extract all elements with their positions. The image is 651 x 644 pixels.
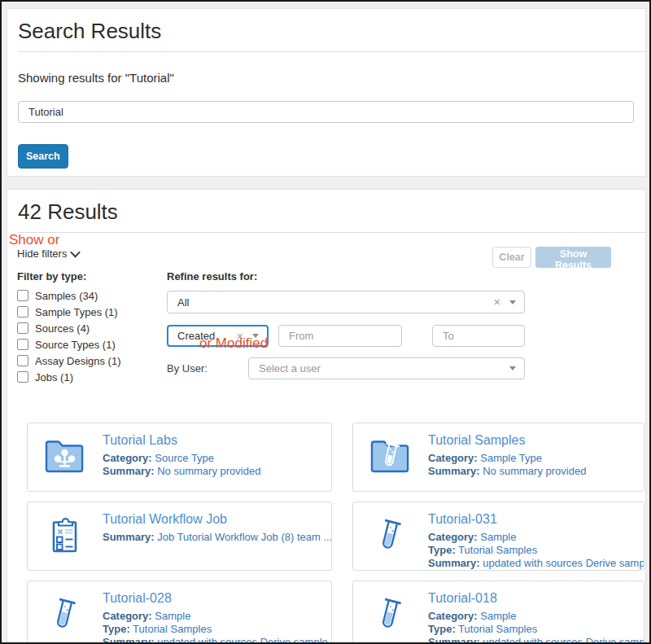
card-field: Summary: Job Tutorial Workflow Job (8) t… xyxy=(103,531,323,544)
card-field: Type: Tutorial Samples xyxy=(103,623,323,636)
card-field-value: No summary provided xyxy=(157,465,260,477)
search-input[interactable] xyxy=(18,101,634,123)
showing-results-text: Showing results for "Tutorial" xyxy=(18,71,635,85)
refine-results-column: Refine results for: All × Created × or M… xyxy=(167,270,525,379)
results-panel: 42 Results Show or Hide filters Clear Sh… xyxy=(7,189,646,644)
filter-by-type-column: Filter by type: Samples (34) Sample Type… xyxy=(17,270,164,388)
card-field: Category: Sample xyxy=(103,610,323,623)
filter-type-label: Sources (4) xyxy=(35,322,90,335)
card-field-label: Summary: xyxy=(103,531,155,543)
card-field-value: Tutorial Samples xyxy=(458,544,537,556)
result-card-fields: Category: Sample Type Summary: No summar… xyxy=(428,452,586,478)
sample-tube-icon xyxy=(361,511,418,561)
hide-filters-toggle[interactable]: Hide filters xyxy=(17,248,79,260)
filter-type-option: Samples (34) xyxy=(17,290,164,301)
card-field-label: Type: xyxy=(428,544,456,556)
user-filter-row: By User: Select a user xyxy=(167,357,525,379)
card-field: Type: Tutorial Samples xyxy=(428,623,636,636)
show-or-annotation: Show or xyxy=(9,233,59,247)
filter-type-checkbox[interactable] xyxy=(17,355,28,366)
by-user-label: By User: xyxy=(167,362,248,375)
refine-results-label: Refine results for: xyxy=(167,270,525,283)
date-to-input[interactable] xyxy=(432,325,525,347)
card-field-value: Sample Type xyxy=(480,452,542,464)
card-field-label: Type: xyxy=(103,623,130,635)
show-results-button[interactable]: Show Results xyxy=(535,247,611,268)
filter-type-options-list: Samples (34) Sample Types (1) Sources (4… xyxy=(17,290,164,383)
card-field-label: Summary: xyxy=(103,636,155,644)
card-field-label: Category: xyxy=(428,531,478,543)
result-card-title-link[interactable]: Tutorial-018 xyxy=(428,591,636,606)
card-field: Category: Sample Type xyxy=(428,452,586,465)
date-from-input[interactable] xyxy=(278,325,402,347)
result-card: Tutorial Workflow Job Summary: Job Tutor… xyxy=(27,502,332,571)
card-field-value: Sample xyxy=(480,610,516,622)
result-card-title-link[interactable]: Tutorial Workflow Job xyxy=(103,512,323,527)
card-field-label: Type: xyxy=(428,623,456,635)
result-card-title-link[interactable]: Tutorial Samples xyxy=(428,433,586,448)
result-card-title-link[interactable]: Tutorial-031 xyxy=(428,512,636,527)
filter-type-checkbox[interactable] xyxy=(17,371,28,383)
title-divider xyxy=(18,51,645,52)
card-field-value: updated with sources Derive sample ... xyxy=(483,557,644,569)
filter-type-option: Sources (4) xyxy=(17,322,164,334)
result-card-fields: Category: Sample Type: Tutorial Samples … xyxy=(103,610,323,644)
result-card-fields: Category: Sample Type: Tutorial Samples … xyxy=(428,610,636,644)
filter-type-option: Assay Designs (1) xyxy=(17,355,164,366)
card-field: Summary: No summary provided xyxy=(103,465,260,478)
card-field: Category: Sample xyxy=(428,531,636,544)
filter-type-label: Jobs (1) xyxy=(35,371,73,383)
card-field-value: updated with sources Derive sample ... xyxy=(157,636,332,644)
result-card: Tutorial-018 Category: Sample Type: Tuto… xyxy=(352,580,644,644)
result-card: Tutorial Samples Category: Sample Type S… xyxy=(352,423,644,492)
card-field: Summary: updated with sources Derive sam… xyxy=(428,636,636,644)
result-type-select[interactable]: All × xyxy=(167,291,525,313)
source-type-folder-icon xyxy=(36,432,93,482)
card-field-label: Category: xyxy=(103,610,152,622)
result-card: Tutorial Labs Category: Source Type Summ… xyxy=(27,423,332,492)
filter-by-type-label: Filter by type: xyxy=(17,270,164,283)
card-field-label: Category: xyxy=(428,452,478,464)
user-select-placeholder: Select a user xyxy=(259,362,321,375)
card-field: Category: Source Type xyxy=(103,452,260,465)
card-field: Summary: No summary provided xyxy=(428,465,586,478)
clear-selection-icon[interactable]: × xyxy=(494,296,500,308)
filter-type-label: Sample Types (1) xyxy=(35,306,118,318)
filter-type-label: Source Types (1) xyxy=(35,339,116,351)
filter-type-option: Jobs (1) xyxy=(17,371,164,383)
sample-type-folder-icon xyxy=(361,432,418,482)
result-type-select-value: All xyxy=(177,296,189,309)
card-field-value: Tutorial Samples xyxy=(458,623,537,635)
card-field-value: Source Type xyxy=(155,452,214,464)
card-field-value: Sample xyxy=(155,610,190,622)
card-field-label: Summary: xyxy=(428,465,480,477)
search-button[interactable]: Search xyxy=(18,144,68,169)
search-results-page: Search Results Showing results for "Tuto… xyxy=(0,0,651,644)
result-card-fields: Category: Source Type Summary: No summar… xyxy=(103,452,260,478)
user-select[interactable]: Select a user xyxy=(248,357,525,379)
filter-type-checkbox[interactable] xyxy=(17,322,28,334)
sample-tube-icon xyxy=(36,590,93,640)
result-card-fields: Summary: Job Tutorial Workflow Job (8) t… xyxy=(103,531,323,544)
clear-button[interactable]: Clear xyxy=(492,247,531,268)
card-field-value: Job Tutorial Workflow Job (8) team ... xyxy=(157,531,332,543)
search-panel: Search Results Showing results for "Tuto… xyxy=(7,8,646,177)
result-card-title-link[interactable]: Tutorial Labs xyxy=(103,433,260,448)
result-card: Tutorial-028 Category: Sample Type: Tuto… xyxy=(27,580,332,644)
result-card: Tutorial-031 Category: Sample Type: Tuto… xyxy=(352,502,644,571)
filter-type-checkbox[interactable] xyxy=(17,290,28,301)
card-field-value: Tutorial Samples xyxy=(133,623,212,635)
filter-type-label: Assay Designs (1) xyxy=(35,355,120,367)
card-field-label: Summary: xyxy=(428,636,480,644)
result-card-title-link[interactable]: Tutorial-028 xyxy=(103,591,323,606)
results-divider xyxy=(18,232,645,233)
filter-type-option: Sample Types (1) xyxy=(17,306,164,318)
result-card-fields: Category: Sample Type: Tutorial Samples … xyxy=(428,531,636,570)
card-field-value: updated with sources Derive sample ... xyxy=(483,636,644,644)
filter-type-checkbox[interactable] xyxy=(17,306,28,318)
card-field: Summary: updated with sources Derive sam… xyxy=(103,636,323,644)
chevron-down-icon xyxy=(71,248,81,258)
card-field-label: Summary: xyxy=(428,557,480,569)
filter-type-checkbox[interactable] xyxy=(17,339,28,350)
card-field-label: Category: xyxy=(428,610,478,622)
